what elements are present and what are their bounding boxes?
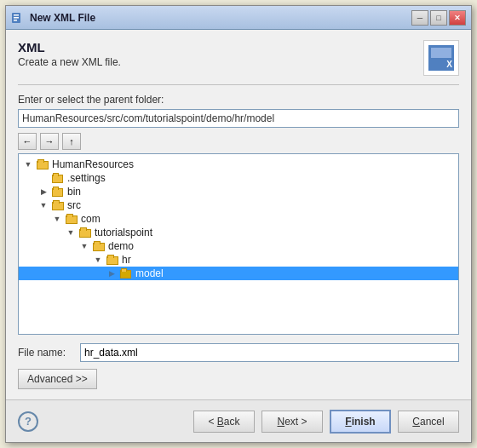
back-toolbar-button[interactable]: ← [18,133,37,150]
bottom-bar: ? < Back Next > Finish Cancel [6,399,471,442]
svg-rect-1 [14,14,19,16]
help-button[interactable]: ? [18,411,38,432]
toggle-com[interactable]: ▼ [51,213,63,225]
window-controls: ─ □ ✕ [411,10,466,26]
folder-icon-humanresources [36,159,49,169]
next-underline: N [277,416,284,428]
forward-toolbar-button[interactable]: → [40,133,59,150]
filename-input[interactable] [80,343,459,362]
content-area: XML Create a new XML file. Enter or sele… [6,30,471,399]
folder-icon-com [65,214,78,224]
toggle-bin[interactable]: ▶ [37,186,49,198]
tree-label-humanresources: HumanResources [52,158,134,170]
save-icon [428,45,454,71]
toggle-settings: ▶ [37,172,49,184]
tree-label-demo: demo [108,240,134,252]
folder-icon-demo [92,241,106,251]
cancel-button[interactable]: Cancel [398,411,459,433]
toggle-humanresources[interactable]: ▼ [22,158,34,170]
close-button[interactable]: ✕ [449,10,466,26]
svg-rect-2 [14,17,19,19]
minimize-button[interactable]: ─ [411,10,428,26]
finish-underline: F [345,416,351,428]
tree-item-src[interactable]: ▼ src [19,198,458,212]
cancel-underline: C [412,416,420,428]
tree-label-bin: bin [67,186,81,198]
tree-item-com[interactable]: ▼ com [19,212,458,226]
svg-rect-3 [14,20,17,21]
tree-item-demo[interactable]: ▼ demo [19,239,458,253]
advanced-button[interactable]: Advanced >> [18,369,97,389]
tree-item-tutorialspoint[interactable]: ▼ tutorialspoint [19,226,458,239]
tree-label-hr: hr [122,254,131,266]
folder-icon-bin [51,187,65,197]
maximize-button[interactable]: □ [430,10,447,26]
tree-toolbar: ← → ↑ [18,133,459,150]
parent-folder-label: Enter or select the parent folder: [18,94,459,106]
folder-icon-tutorialspoint [78,227,92,238]
toggle-demo[interactable]: ▼ [78,240,90,252]
window-title: New XML File [30,12,411,24]
folder-tree[interactable]: ▼ HumanResources ▶ .settings ▶ [18,153,459,335]
tree-label-settings: .settings [67,172,106,184]
toggle-hr[interactable]: ▼ [92,254,104,266]
folder-icon-hr [106,255,119,265]
tree-item-hr[interactable]: ▼ hr [19,253,458,267]
title-bar: New XML File ─ □ ✕ [6,6,471,30]
xml-file-icon [423,40,459,76]
next-button[interactable]: Next > [261,411,323,433]
folder-icon-src [51,200,65,210]
toggle-tutorialspoint[interactable]: ▼ [65,227,77,238]
toggle-src[interactable]: ▼ [37,199,49,211]
tree-item-bin[interactable]: ▶ bin [19,185,458,198]
up-toolbar-button[interactable]: ↑ [62,133,81,150]
finish-button[interactable]: Finish [330,410,391,434]
filename-label: File name: [18,347,73,359]
xml-subtitle: Create a new XML file. [18,56,423,68]
tree-item-model[interactable]: ▶ model [19,267,458,280]
window-icon [11,11,25,25]
back-button[interactable]: < Back [193,411,255,433]
tree-label-com: com [81,213,101,225]
header-section: XML Create a new XML file. [18,40,459,76]
filename-row: File name: [18,343,459,362]
back-underline: B [217,416,224,428]
tree-label-src: src [67,199,81,211]
folder-icon-model [119,268,133,279]
tree-item-humanresources[interactable]: ▼ HumanResources [19,158,458,171]
xml-title: XML [18,40,423,55]
path-input[interactable] [18,109,459,128]
dialog-window: New XML File ─ □ ✕ XML Create a new XML … [5,5,472,443]
tree-label-tutorialspoint: tutorialspoint [95,227,152,238]
header-text: XML Create a new XML file. [18,40,423,68]
toggle-model: ▶ [106,267,118,279]
header-divider [18,84,459,85]
folder-icon-settings [51,173,65,183]
tree-item-settings[interactable]: ▶ .settings [19,171,458,185]
tree-label-model: model [135,267,164,279]
